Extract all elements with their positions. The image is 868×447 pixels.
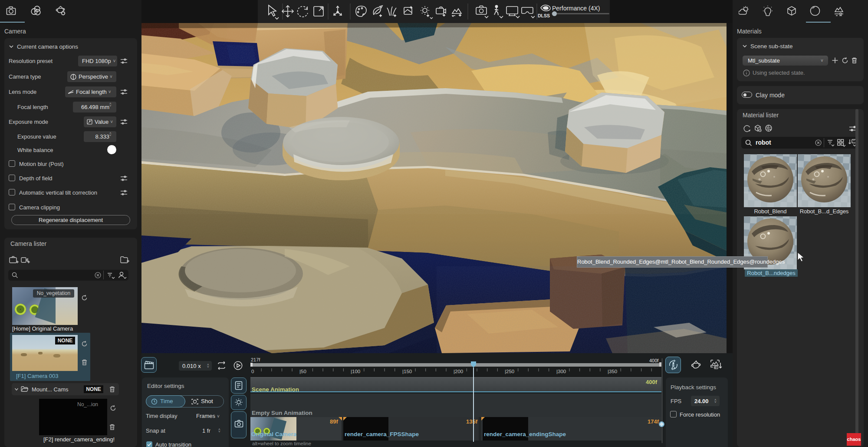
svg-text:DLSS: DLSS	[538, 13, 550, 18]
svg-text:|350: |350	[608, 369, 617, 374]
svg-text:|300: |300	[556, 369, 566, 374]
svg-text:|100: |100	[351, 369, 360, 374]
svg-text:|50: |50	[299, 369, 306, 374]
svg-text:|200: |200	[454, 369, 463, 374]
svg-text:0: 0	[251, 369, 254, 374]
svg-text:|150: |150	[402, 369, 412, 374]
svg-text:|250: |250	[505, 369, 514, 374]
